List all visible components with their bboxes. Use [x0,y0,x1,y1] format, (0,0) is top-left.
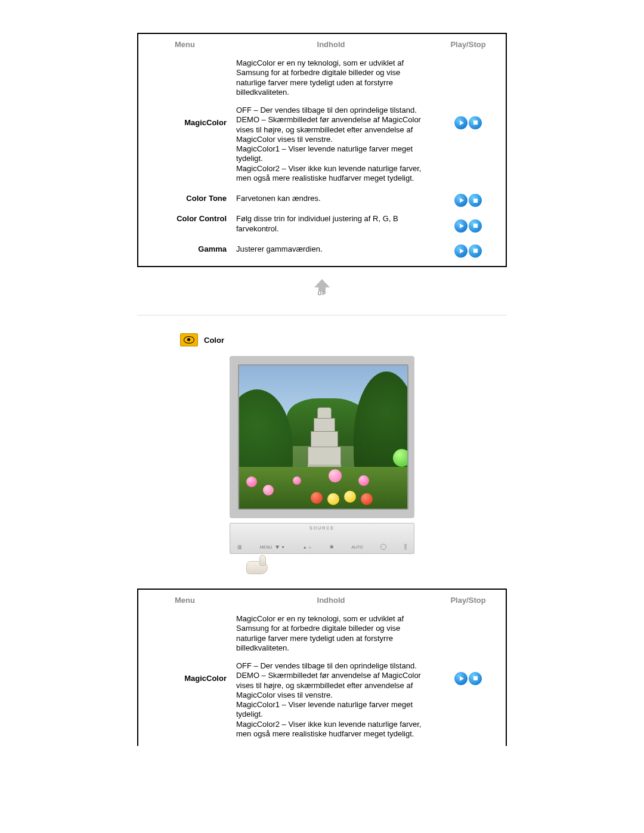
table-row: Gamma Justerer gammaværdien. [138,241,506,266]
playstop-cell [431,611,506,746]
up-arrow-icon [314,279,330,287]
row-desc-magiccolor: MagicColor er en ny teknologi, som er ud… [231,611,431,746]
monitor-screen [238,364,408,510]
stop-icon[interactable] [469,219,482,233]
desc-paragraph: Følg disse trin for individuel justering… [236,214,426,234]
osd-table-2: Menu Indhold Play/Stop MagicColor MagicC… [137,589,507,746]
row-desc-magiccolor: MagicColor er en ny teknologi, som er ud… [231,55,431,190]
row-label-colorcontrol: Color Control [138,210,231,241]
play-icon[interactable] [454,672,467,685]
header-playstop: Play/Stop [431,590,506,611]
color-section-icon [180,333,198,346]
auto-btn-label: AUTO [351,545,363,549]
table-row: Color Tone Farvetonen kan ændres. [138,190,506,210]
playstop-cell [431,210,506,241]
row-label-magiccolor: MagicColor [138,55,231,190]
pointing-hand-icon [246,556,270,577]
row-label-gamma: Gamma [138,241,231,266]
stop-icon[interactable] [469,116,482,129]
row-desc-colorcontrol: Følg disse trin for individuel justering… [231,210,431,241]
table-row: MagicColor MagicColor er en ny teknologi… [138,55,506,190]
pagoda-graphic [308,407,341,476]
header-indhold: Indhold [231,590,431,611]
desc-paragraph: Farvetonen kan ændres. [236,194,426,203]
monitor-preview: SOURCE ▥ MENU⯆ ▼ ▲ ☼ ▣ AUTO [230,356,414,577]
header-menu: Menu [138,590,231,611]
table-header-row: Menu Indhold Play/Stop [138,590,506,611]
header-indhold: Indhold [231,34,431,55]
stop-icon[interactable] [469,244,482,258]
row-desc-gamma: Justerer gammaværdien. [231,241,431,266]
section-header-color: Color [180,333,507,346]
up-label: UP [310,290,334,296]
row-label-colortone: Color Tone [138,190,231,210]
desc-paragraph: MagicColor er en ny teknologi, som er ud… [236,614,426,653]
header-menu: Menu [138,34,231,55]
play-icon[interactable] [454,244,467,258]
header-playstop: Play/Stop [431,34,506,55]
play-icon[interactable] [454,116,467,129]
desc-paragraph: Justerer gammaværdien. [236,244,426,254]
back-to-top-button[interactable]: UP [310,279,334,297]
source-label: SOURCE [309,526,335,530]
table-row: Color Control Følg disse trin for indivi… [138,210,506,241]
section-title: Color [204,336,224,345]
desc-paragraph: MagicColor er en ny teknologi, som er ud… [236,58,426,97]
monitor-bezel [230,356,414,518]
stop-icon[interactable] [469,194,482,207]
desc-paragraph: OFF – Der vendes tilbage til den oprinde… [236,661,426,739]
monitor-control-bar: SOURCE ▥ MENU⯆ ▼ ▲ ☼ ▣ AUTO [230,523,414,554]
playstop-cell [431,241,506,266]
stop-icon[interactable] [469,672,482,685]
row-label-magiccolor: MagicColor [138,611,231,746]
table-row: MagicColor MagicColor er en ny teknologi… [138,611,506,746]
power-indicator-icon [380,544,386,550]
play-icon[interactable] [454,194,467,207]
playstop-cell [431,55,506,190]
playstop-cell [431,190,506,210]
menu-btn-label: MENU [260,545,273,549]
desc-paragraph: OFF – Der vendes tilbage til den oprinde… [236,106,426,183]
section-divider [137,315,507,315]
row-desc-colortone: Farvetonen kan ændres. [231,190,431,210]
play-icon[interactable] [454,219,467,233]
table-header-row: Menu Indhold Play/Stop [138,34,506,55]
osd-table-1: Menu Indhold Play/Stop MagicColor MagicC… [137,33,507,267]
